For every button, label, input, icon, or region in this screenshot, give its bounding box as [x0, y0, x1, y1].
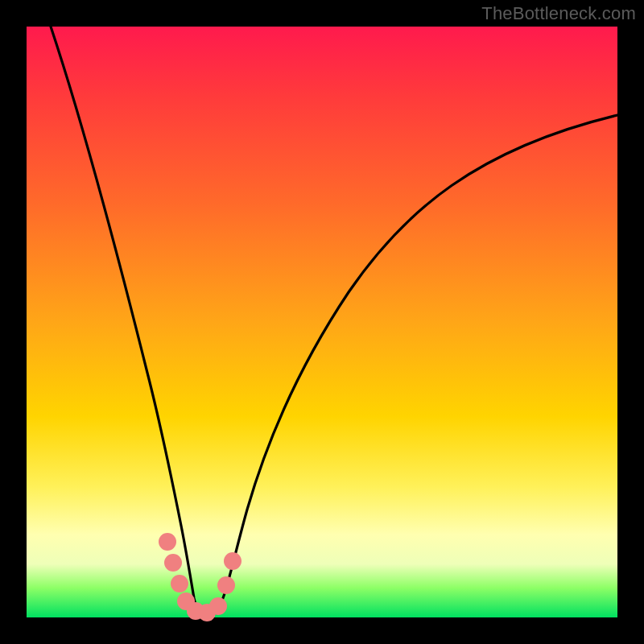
marker-dot: [159, 533, 176, 551]
marker-dot: [224, 552, 242, 570]
marker-dot: [171, 575, 188, 592]
plot-area: [27, 27, 617, 617]
curve-layer: [27, 27, 617, 617]
marker-dot: [217, 576, 235, 594]
marker-dot: [209, 597, 227, 615]
marker-dot: [164, 554, 182, 572]
chart-frame: TheBottleneck.com: [0, 0, 644, 644]
attribution-text: TheBottleneck.com: [481, 3, 636, 24]
bottleneck-curve: [51, 27, 617, 614]
